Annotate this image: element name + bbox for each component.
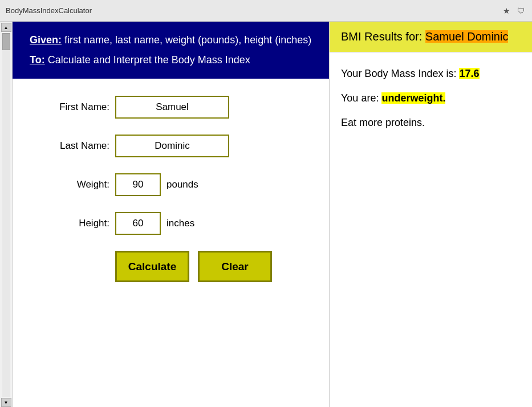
button-row: Calculate Clear [41,251,300,282]
advice-text: Eat more proteins. [341,117,425,128]
bmi-value: 17.6 [459,68,479,79]
weight-unit: pounds [166,179,198,190]
scroll-thumb[interactable] [2,33,10,50]
results-body: Your Body Mass Index is: 17.6 You are: u… [330,52,532,155]
last-name-label: Last Name: [41,140,109,152]
to-line: To: Calculate and Interpret the Body Mas… [30,53,312,67]
first-name-row: First Name: [41,96,300,119]
to-text: Calculate and Interpret the Body Mass In… [45,54,250,66]
height-unit: inches [166,218,194,229]
browser-bar: BodyMassIndexCalculator ★ 🛡 [0,0,532,22]
clear-button[interactable]: Clear [198,251,272,282]
browser-icons: ★ 🛡 [501,6,526,16]
height-label: Height: [41,218,109,229]
left-panel: Given: first name, last name, weight (po… [13,22,329,407]
main-content: Given: first name, last name, weight (po… [13,22,532,407]
height-row: Height: inches [41,212,300,235]
to-label: To: [30,54,45,66]
first-name-input[interactable] [115,96,229,119]
height-input[interactable] [115,212,161,235]
bmi-prefix: Your Body Mass Index is: [341,68,459,79]
calculate-button[interactable]: Calculate [115,251,189,282]
weight-row: Weight: pounds [41,173,300,196]
header-box: Given: first name, last name, weight (po… [13,22,329,79]
results-header-text: BMI Results for: Samuel Dominic [341,30,521,43]
first-name-label: First Name: [41,101,109,113]
weight-input[interactable] [115,173,161,196]
given-text: first name, last name, weight (pounds), … [62,34,311,46]
status-prefix: You are: [341,92,381,104]
results-header: BMI Results for: Samuel Dominic [330,22,532,52]
last-name-row: Last Name: [41,135,300,157]
scroll-up-arrow[interactable]: ▲ [1,23,11,32]
form-area: First Name: Last Name: Weight: pounds He… [13,79,329,299]
browser-title: BodyMassIndexCalculator [6,6,501,15]
scroll-track[interactable] [2,33,10,397]
status-line: You are: underweight. [341,91,521,105]
bookmark-icon[interactable]: ★ [501,6,511,16]
given-line: Given: first name, last name, weight (po… [30,33,312,47]
scrollbar[interactable]: ▲ ▼ [0,22,13,407]
given-label: Given: [30,34,62,46]
status-value: underweight. [381,92,445,104]
bmi-value-line: Your Body Mass Index is: 17.6 [341,67,521,81]
last-name-input[interactable] [115,135,229,157]
advice-line: Eat more proteins. [341,116,521,130]
bmi-results-prefix: BMI Results for: [341,30,425,43]
results-name: Samuel Dominic [425,30,509,43]
weight-label: Weight: [41,179,109,190]
shield-icon[interactable]: 🛡 [516,6,526,16]
right-panel: BMI Results for: Samuel Dominic Your Bod… [329,22,532,407]
scroll-down-arrow[interactable]: ▼ [1,398,11,407]
